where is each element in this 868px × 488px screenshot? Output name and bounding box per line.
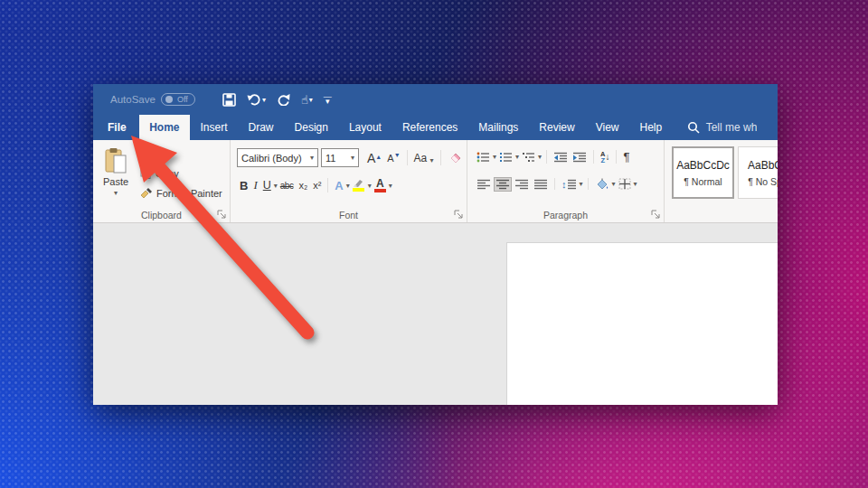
font-group-label: Font — [231, 210, 467, 221]
word-window: AutoSave Off ▾ — [93, 84, 778, 405]
font-name-combo[interactable]: Calibri (Body) ▾ — [237, 148, 318, 167]
line-spacing-button[interactable]: ↕ — [560, 177, 579, 192]
paste-button[interactable]: Paste ▾ — [99, 144, 133, 207]
bold-button[interactable]: B — [237, 177, 250, 194]
tab-layout[interactable]: Layout — [338, 115, 392, 140]
align-left-button[interactable] — [475, 177, 493, 192]
paragraph-dialog-launcher[interactable] — [651, 210, 660, 219]
superscript-button[interactable]: x² — [310, 178, 324, 192]
tab-home[interactable]: Home — [139, 115, 190, 140]
show-hide-marks-button[interactable]: ¶ — [621, 148, 631, 165]
cut-label: Cut — [153, 148, 168, 159]
divider — [554, 178, 555, 190]
align-center-button[interactable] — [494, 177, 512, 192]
undo-button[interactable]: ▾ — [243, 90, 269, 108]
justify-icon — [533, 179, 548, 190]
paste-dropdown-icon[interactable]: ▾ — [114, 189, 118, 197]
toggle-knob-icon — [165, 96, 173, 103]
bullets-button[interactable] — [475, 150, 492, 164]
tab-help[interactable]: Help — [629, 115, 673, 140]
line-spacing-dropdown-icon[interactable]: ▾ — [580, 180, 583, 188]
grow-font-mark-icon: ▲ — [375, 154, 382, 160]
change-case-button[interactable]: Aa ▾ — [411, 150, 437, 166]
decrease-indent-button[interactable] — [552, 150, 570, 164]
copy-icon — [140, 167, 151, 179]
underline-button[interactable]: U — [260, 177, 274, 193]
customize-qat-button[interactable]: —▾ — [320, 92, 335, 107]
document-page[interactable] — [506, 242, 778, 405]
font-size-combo[interactable]: 11 ▾ — [321, 148, 359, 167]
autosave-switch[interactable]: Off — [161, 93, 195, 106]
align-right-button[interactable] — [513, 177, 531, 192]
paragraph-row-2: ↕ ▾ ▾ — [475, 176, 637, 192]
customize-qat-icon: —▾ — [324, 95, 332, 104]
save-button[interactable] — [219, 90, 240, 109]
borders-button[interactable] — [617, 176, 633, 192]
clipboard-dialog-launcher[interactable] — [217, 210, 226, 219]
cut-icon: ✂ — [140, 147, 148, 159]
touch-mouse-mode-button[interactable]: ☝ ▾ — [297, 90, 316, 109]
tab-design[interactable]: Design — [284, 115, 338, 140]
justify-button[interactable] — [532, 177, 550, 192]
numbering-dropdown-icon[interactable]: ▾ — [515, 153, 519, 161]
autosave-toggle[interactable]: AutoSave Off — [110, 93, 195, 106]
eraser-icon — [448, 152, 461, 164]
font-color-dropdown-icon[interactable]: ▾ — [389, 182, 392, 190]
multilevel-list-icon — [522, 152, 535, 163]
tab-review[interactable]: Review — [529, 115, 585, 140]
font-dialog-launcher[interactable] — [454, 210, 463, 219]
line-spacing-lines-icon — [567, 179, 577, 190]
clipboard-group: Paste ▾ ✂ Cut Copy — [93, 140, 231, 222]
multilevel-list-button[interactable] — [520, 150, 537, 164]
format-painter-button[interactable]: Format Painter — [140, 185, 222, 201]
bullets-dropdown-icon[interactable]: ▾ — [493, 153, 496, 161]
increase-indent-button[interactable] — [571, 150, 589, 164]
tab-draw[interactable]: Draw — [238, 115, 284, 140]
paint-bucket-icon — [595, 178, 609, 190]
bullets-icon — [476, 152, 490, 163]
tab-view[interactable]: View — [585, 115, 629, 140]
style-no-spacing[interactable]: AaBbC ¶ No Sp — [738, 146, 778, 199]
font-color-bar-icon — [374, 189, 386, 192]
borders-dropdown-icon[interactable]: ▾ — [634, 180, 637, 188]
subscript-button[interactable]: x₂ — [296, 178, 310, 192]
shading-button[interactable] — [593, 176, 611, 192]
style-normal[interactable]: AaBbCcDc ¶ Normal — [672, 146, 734, 199]
ribbon: Paste ▾ ✂ Cut Copy — [93, 140, 778, 223]
touch-mode-dropdown-icon[interactable]: ▾ — [309, 96, 313, 104]
divider — [546, 150, 547, 164]
tab-references[interactable]: References — [392, 115, 467, 140]
numbering-icon — [499, 152, 513, 163]
align-right-icon — [514, 179, 529, 190]
clear-formatting-button[interactable] — [445, 150, 464, 165]
text-highlight-button[interactable] — [350, 177, 368, 193]
divider — [588, 178, 589, 190]
strikethrough-button[interactable]: abc — [278, 179, 297, 192]
font-row-1: Calibri (Body) ▾ 11 ▾ A▲ A▼ Aa ▾ — [237, 148, 464, 167]
text-effects-button[interactable]: A — [332, 177, 345, 194]
numbering-button[interactable] — [497, 150, 514, 164]
shading-dropdown-icon[interactable]: ▾ — [612, 180, 616, 188]
shrink-font-button[interactable]: A▼ — [384, 151, 402, 165]
align-left-icon — [476, 179, 491, 190]
tab-file[interactable]: File — [95, 115, 139, 140]
sort-button[interactable]: AZ ↓ — [599, 149, 611, 165]
grow-font-button[interactable]: A▲ — [364, 149, 384, 167]
cut-button[interactable]: ✂ Cut — [140, 145, 222, 161]
multilevel-dropdown-icon[interactable]: ▾ — [538, 153, 542, 161]
font-group: Calibri (Body) ▾ 11 ▾ A▲ A▼ Aa ▾ — [231, 140, 467, 222]
tab-insert[interactable]: Insert — [190, 115, 238, 140]
tab-mailings[interactable]: Mailings — [468, 115, 529, 140]
paragraph-row-1: ▾ ▾ ▾ — [475, 148, 631, 165]
divider — [593, 150, 594, 164]
style-sample: AaBbCcDc — [676, 159, 730, 172]
italic-button[interactable]: I — [250, 176, 259, 194]
redo-button[interactable] — [273, 90, 294, 108]
undo-dropdown-icon[interactable]: ▾ — [262, 96, 266, 104]
copy-button[interactable]: Copy — [140, 165, 222, 181]
font-color-button[interactable]: A — [372, 177, 389, 194]
style-name: ¶ No Sp — [748, 176, 778, 187]
tell-me-search[interactable]: Tell me wh — [687, 115, 758, 140]
save-icon — [222, 93, 236, 107]
divider — [616, 150, 617, 164]
